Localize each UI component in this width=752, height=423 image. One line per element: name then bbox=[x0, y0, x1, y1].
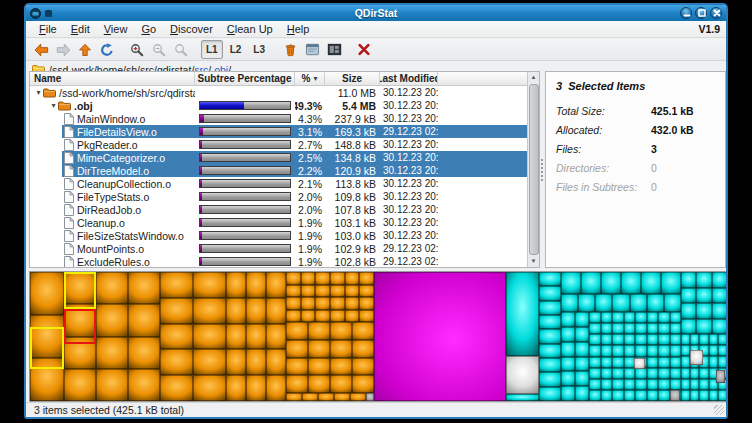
treemap-tile-cyan[interactable] bbox=[624, 368, 635, 379]
treemap-tile-orange[interactable] bbox=[286, 285, 301, 297]
treemap-tile-cyan[interactable] bbox=[575, 327, 589, 342]
table-row[interactable]: CleanupCollection.o2.1%113.8 kB30.12.23 … bbox=[30, 177, 539, 190]
treemap-tile-cyan[interactable] bbox=[539, 301, 561, 315]
treemap-tile-orange[interactable] bbox=[160, 375, 193, 401]
treemap-tile-cyan[interactable] bbox=[658, 357, 670, 368]
vertical-scrollbar[interactable]: ▲ ▼ bbox=[527, 72, 539, 267]
table-row[interactable]: DirTreeModel.o2.2%120.9 kB30.12.23 20:43 bbox=[30, 164, 539, 177]
treemap-tile-cyan[interactable] bbox=[601, 357, 612, 368]
treemap-tile-cyan[interactable] bbox=[658, 323, 670, 334]
treemap-tile-cyan[interactable] bbox=[712, 272, 727, 288]
treemap-tile-cyan[interactable] bbox=[601, 390, 612, 401]
table-row[interactable]: DirReadJob.o2.0%107.8 kB30.12.23 20:43 bbox=[30, 203, 539, 216]
treemap-tile-gray[interactable] bbox=[670, 390, 680, 401]
treemap-tile-orange[interactable] bbox=[308, 340, 330, 358]
treemap-tile-cyan[interactable] bbox=[658, 379, 670, 390]
treemap-tile-cyan[interactable] bbox=[712, 288, 727, 303]
treemap-tile-cyan[interactable] bbox=[575, 312, 589, 327]
stop-reading-button[interactable] bbox=[354, 40, 374, 59]
treemap-tile-cyan[interactable] bbox=[561, 294, 578, 312]
treemap-tile-orange[interactable] bbox=[308, 375, 330, 393]
treemap-tile-cyan[interactable] bbox=[681, 368, 690, 379]
column-header-name[interactable]: Name bbox=[30, 72, 195, 85]
treemap-tile-cyan[interactable] bbox=[601, 312, 612, 323]
treemap-tile-cyan[interactable] bbox=[589, 368, 601, 379]
treemap-tile-orange[interactable] bbox=[266, 298, 286, 324]
treemap-tile-cyan[interactable] bbox=[681, 345, 690, 356]
treemap-tile-cyan[interactable] bbox=[709, 390, 718, 401]
treemap-tile-orange[interactable] bbox=[96, 304, 128, 337]
treemap-tile-orange[interactable] bbox=[160, 298, 193, 324]
treemap-tile-cyan[interactable] bbox=[612, 323, 624, 334]
treemap-tile-cyan[interactable] bbox=[595, 294, 612, 312]
treemap-tile-cyan[interactable] bbox=[647, 312, 658, 323]
treemap-tile-cyan[interactable] bbox=[561, 272, 581, 294]
treemap-tile-cyan[interactable] bbox=[539, 286, 561, 301]
treemap-tile-orange[interactable] bbox=[96, 337, 128, 369]
treemap-tile-cyan[interactable] bbox=[670, 345, 681, 357]
treemap-tile-cyan[interactable] bbox=[589, 323, 601, 334]
treemap-tile-orange[interactable] bbox=[330, 310, 345, 322]
treemap-tile-cyan[interactable] bbox=[658, 334, 670, 345]
treemap-tile-cyan[interactable] bbox=[561, 357, 575, 371]
treemap-tile-orange[interactable] bbox=[286, 358, 308, 375]
close-button[interactable] bbox=[710, 7, 722, 19]
treemap-tile-cyan[interactable] bbox=[561, 327, 575, 342]
treemap-tile-cyan[interactable] bbox=[658, 368, 670, 379]
table-row[interactable]: MountPoints.o1.9%102.9 kB29.12.23 02:52 bbox=[30, 242, 539, 255]
treemap-tile-orange[interactable] bbox=[334, 393, 350, 401]
treemap-tile-cyan[interactable] bbox=[670, 368, 681, 379]
forward-button[interactable] bbox=[53, 40, 73, 59]
treemap-tile-cyan[interactable] bbox=[647, 334, 658, 345]
treemap-tile-cyan[interactable] bbox=[601, 345, 612, 357]
treemap-tile-cyan[interactable] bbox=[539, 387, 561, 401]
treemap-tile-orange[interactable] bbox=[246, 349, 266, 375]
treemap-tile-orange[interactable] bbox=[96, 272, 128, 304]
treemap-tile-cyan[interactable] bbox=[575, 357, 589, 371]
treemap-tile-cyan[interactable] bbox=[641, 272, 661, 294]
maximize-button[interactable] bbox=[695, 7, 707, 19]
treemap-tile-orange[interactable] bbox=[286, 393, 302, 401]
treemap-tile-orange[interactable] bbox=[359, 272, 374, 285]
treemap-tile-cyan[interactable] bbox=[699, 368, 709, 379]
treemap-tile-orange[interactable] bbox=[330, 340, 352, 358]
treemap-tile-gray[interactable] bbox=[366, 393, 374, 401]
treemap-tile-white[interactable] bbox=[690, 350, 703, 365]
treemap-tile-cyan[interactable] bbox=[681, 356, 690, 368]
treemap-tile-cyan[interactable] bbox=[658, 312, 670, 323]
treemap-tile-orange[interactable] bbox=[345, 272, 359, 285]
zoom-in-button[interactable] bbox=[127, 40, 147, 59]
scroll-down-icon[interactable]: ▼ bbox=[531, 256, 537, 267]
treemap-tile-orange[interactable] bbox=[301, 285, 315, 297]
table-row[interactable]: ExcludeRules.o1.9%102.8 kB29.12.23 02:52 bbox=[30, 255, 539, 268]
treemap-tile-orange[interactable] bbox=[193, 324, 226, 349]
treemap-tile-cyan[interactable] bbox=[624, 312, 635, 323]
table-row[interactable]: MainWindow.o4.3%237.9 kB30.12.23 20:43 bbox=[30, 112, 539, 125]
treemap-tile-orange[interactable] bbox=[246, 272, 266, 298]
treemap-tile-cyan[interactable] bbox=[681, 272, 696, 288]
treemap-tile-cyan[interactable] bbox=[712, 303, 727, 319]
treemap-tile-cyan[interactable] bbox=[709, 345, 718, 356]
treemap-tile-cyan[interactable] bbox=[681, 334, 690, 345]
treemap-tile-cyan[interactable] bbox=[630, 294, 647, 312]
treemap-tile-orange[interactable] bbox=[345, 297, 359, 310]
title-bar[interactable]: QDirStat bbox=[26, 5, 726, 21]
treemap-tile-orange[interactable] bbox=[226, 375, 246, 401]
table-row[interactable]: MimeCategorizer.o2.5%134.8 kB30.12.23 20… bbox=[30, 151, 539, 164]
treemap-tile-cyan[interactable] bbox=[601, 368, 612, 379]
treemap-tile-cyan[interactable] bbox=[506, 394, 539, 401]
treemap-tile-white[interactable] bbox=[506, 356, 539, 394]
treemap-tile-cyan[interactable] bbox=[561, 312, 575, 327]
search-button[interactable] bbox=[171, 40, 191, 59]
column-header-subtree-percentage[interactable]: Subtree Percentage bbox=[195, 72, 295, 85]
table-row[interactable]: PkgReader.o2.7%148.8 kB30.12.23 20:43 bbox=[30, 138, 539, 151]
treemap-tile-orange[interactable] bbox=[193, 349, 226, 375]
treemap-tile-cyan[interactable] bbox=[539, 372, 561, 387]
treemap-tile-orange[interactable] bbox=[315, 272, 330, 285]
treemap-tile-cyan[interactable] bbox=[718, 356, 727, 368]
treemap-tile-cyan[interactable] bbox=[561, 386, 575, 401]
treemap-tile-cyan[interactable] bbox=[635, 390, 647, 401]
table-row[interactable]: ▾.obj49.3%5.4 MB30.12.23 20:43 bbox=[30, 99, 539, 112]
treemap-tile-orange[interactable] bbox=[286, 322, 308, 340]
treemap-tile-cyan[interactable] bbox=[578, 294, 595, 312]
